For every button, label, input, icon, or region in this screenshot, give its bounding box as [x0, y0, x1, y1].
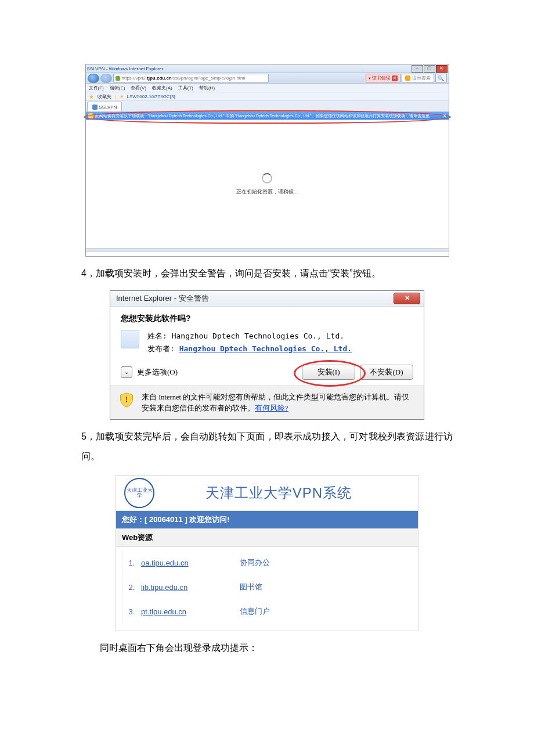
url-text: https://vpn2.tjpu.edu.cn/sslvpn/loginPag…	[122, 75, 246, 81]
tab-label: SSLVPN	[99, 105, 117, 110]
vpn-row: 3. pt.tipu.edu.cn 信息门户	[122, 599, 412, 624]
forward-button[interactable]	[100, 74, 112, 83]
ie-status-bar	[86, 248, 449, 252]
dont-install-button[interactable]: 不安装(D)	[360, 365, 413, 380]
resource-desc: 信息门户	[240, 606, 270, 617]
ie-window-title: SSLVPN - Windows Internet Explorer	[87, 66, 164, 71]
certificate-error-badge[interactable]: ▾ 证书错误 ✕	[366, 74, 400, 82]
dialog-question: 您想安装此软件吗?	[121, 314, 413, 324]
vpn-resource-list: 1. oa.tipu.edu.cn 协同办公 2. lib.tipu.edu.c…	[116, 547, 418, 631]
addon-info-bar[interactable]: 此网站需要安装以下加载项："Hangzhou Dptech Technologi…	[86, 112, 449, 120]
menu-view[interactable]: 查看(V)	[131, 85, 146, 91]
info-bar-text: 此网站需要安装以下加载项："Hangzhou Dptech Technologi…	[95, 113, 433, 119]
ie-nav-bar: https://vpn2.tjpu.edu.cn/sslvpn/loginPag…	[86, 73, 449, 84]
loading-text: 正在初始化资源，请稍候...	[236, 188, 298, 196]
vpn-title: 天津工业大学VPN系统	[163, 484, 418, 502]
more-options-label: 更多选项(O)	[137, 367, 178, 377]
step-5-text: 5，加载项安装完毕后，会自动跳转如下页面，即表示成功接入，可对我校列表资源进行访…	[81, 427, 453, 466]
publisher-row: 发布者: Hangzhou Dptech Technologies Co., L…	[147, 343, 352, 355]
favorites-label: 收藏夹	[98, 93, 111, 100]
security-warning-dialog: Internet Explorer - 安全警告 ✕ 您想安装此软件吗? 姓名:…	[110, 290, 424, 420]
ie-page-body: 正在初始化资源，请稍候...	[86, 120, 449, 248]
install-button[interactable]: 安装(I)	[302, 365, 355, 380]
resource-link[interactable]: lib.tipu.edu.cn	[141, 583, 240, 592]
bing-icon	[405, 75, 410, 81]
vpn-header: 天津工业大学 天津工业大学VPN系统	[116, 476, 418, 511]
cert-error-text: 证书错误	[372, 75, 391, 81]
risk-link[interactable]: 有何风险?	[255, 404, 288, 412]
more-options-toggle[interactable]: ⌄	[121, 366, 132, 378]
svg-text:!: !	[125, 395, 128, 404]
lock-icon	[116, 76, 120, 81]
row-number: 3.	[122, 607, 141, 616]
tab-sslvpn[interactable]: SSLVPN	[87, 102, 122, 111]
resource-desc: 图书馆	[240, 582, 262, 592]
search-box[interactable]: 提示搜索	[402, 74, 434, 82]
window-minimize-button[interactable]: –	[412, 65, 423, 73]
ie-tab-strip: SSLVPN	[86, 101, 449, 112]
favorites-item[interactable]: LSW5602-16GT8GC[3]	[127, 94, 175, 99]
ie-window: SSLVPN - Windows Internet Explorer – ▢ ✕…	[85, 64, 449, 257]
cert-error-x-icon: ✕	[392, 75, 398, 81]
footer-text: 同时桌面右下角会出现登录成功提示：	[81, 638, 453, 658]
addon-info-bar-wrap: 此网站需要安装以下加载项："Hangzhou Dptech Technologi…	[86, 112, 449, 120]
menu-help[interactable]: 帮助(H)	[199, 85, 215, 91]
star-small-icon: ★	[120, 94, 124, 99]
vpn-logo: 天津工业大学	[116, 478, 163, 508]
menu-file[interactable]: 文件(F)	[89, 85, 104, 91]
back-button[interactable]	[88, 74, 99, 83]
window-close-button[interactable]: ✕	[436, 65, 448, 73]
publisher-link[interactable]: Hangzhou Dptech Technologies Co., Ltd.	[179, 344, 352, 353]
dialog-title: Internet Explorer - 安全警告	[116, 293, 209, 304]
menu-tools[interactable]: 工具(T)	[178, 85, 193, 91]
resource-link[interactable]: pt.tipu.edu.cn	[141, 607, 240, 616]
dialog-warning-footer: ! 来自 Internet 的文件可能对您有所帮助，但此文件类型可能危害您的计算…	[110, 386, 424, 420]
resource-link[interactable]: oa.tipu.edu.cn	[141, 559, 240, 567]
vpn-row: 2. lib.tipu.edu.cn 图书馆	[122, 575, 412, 599]
star-icon: ★	[89, 93, 94, 100]
resource-desc: 协同办公	[240, 557, 270, 568]
dialog-titlebar: Internet Explorer - 安全警告 ✕	[110, 291, 424, 307]
page-icon	[92, 105, 98, 110]
search-button[interactable]: 🔍	[435, 74, 447, 82]
info-bar-close-icon[interactable]: ✕	[443, 114, 446, 118]
step-4-text: 4，加载项安装时，会弹出安全警告，询问是否安装，请点击“安装”按钮。	[81, 264, 453, 283]
row-number: 1.	[122, 559, 141, 567]
menu-favorites[interactable]: 收藏夹(A)	[152, 85, 172, 91]
loading-spinner-icon	[262, 173, 272, 183]
window-maximize-button[interactable]: ▢	[424, 65, 435, 73]
ie-menu-bar: 文件(F) 编辑(E) 查看(V) 收藏夹(A) 工具(T) 帮助(H)	[86, 84, 449, 92]
address-bar[interactable]: https://vpn2.tjpu.edu.cn/sslvpn/loginPag…	[113, 74, 269, 82]
vpn-portal: 天津工业大学 天津工业大学VPN系统 您好：[ 20064011 ] 欢迎您访问…	[116, 475, 418, 631]
installer-icon	[121, 330, 139, 348]
warning-shield-icon: !	[118, 392, 135, 408]
ie-titlebar: SSLVPN - Windows Internet Explorer – ▢ ✕	[86, 64, 449, 73]
vpn-row: 1. oa.tipu.edu.cn 协同办公	[122, 550, 412, 575]
vpn-section-header: Web资源	[116, 528, 418, 547]
search-placeholder: 提示搜索	[412, 75, 431, 81]
shield-icon	[88, 113, 93, 118]
university-seal-icon: 天津工业大学	[124, 478, 154, 508]
dialog-close-button[interactable]: ✕	[394, 293, 420, 304]
ie-favorites-bar: ★ 收藏夹 | ★ LSW5602-16GT8GC[3]	[86, 92, 449, 101]
menu-edit[interactable]: 编辑(E)	[110, 85, 125, 91]
row-number: 2.	[122, 583, 141, 592]
vpn-welcome-bar: 您好：[ 20064011 ] 欢迎您访问!	[116, 511, 418, 528]
warning-text: 来自 Internet 的文件可能对您有所帮助，但此文件类型可能危害您的计算机。…	[142, 392, 416, 414]
name-row: 姓名: Hangzhou Dptech Technologies Co., Lt…	[147, 330, 352, 343]
